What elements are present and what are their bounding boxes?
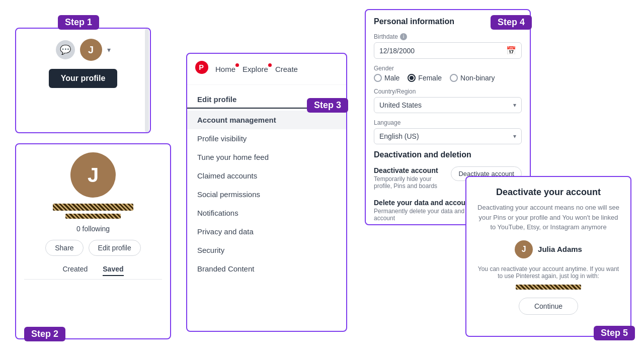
edit-profile-button[interactable]: Edit profile <box>89 240 141 256</box>
step2-panel: J 0 following Share Edit profile Created… <box>15 143 171 339</box>
step3-panel: P Home Explore Create Edit profile Accou… <box>186 53 347 332</box>
gender-nonbinary[interactable]: Non-binary <box>450 74 495 82</box>
svg-text:P: P <box>199 63 204 71</box>
modal-user-row: J Julia Adams <box>515 240 582 258</box>
nav-home[interactable]: Home <box>215 65 235 73</box>
radio-nonbinary[interactable] <box>450 74 458 82</box>
deactivate-desc: Temporarily hide your profile, Pins and … <box>374 175 447 190</box>
menu-account-management[interactable]: Account management <box>187 111 346 129</box>
gender-label: Gender <box>374 65 522 72</box>
step1-label: Step 1 <box>58 15 99 30</box>
menu-branded-content[interactable]: Branded Content <box>187 259 346 278</box>
step5-panel: Deactivate your account Deactivating you… <box>465 176 631 337</box>
language-select[interactable]: English (US) ▾ <box>374 128 522 144</box>
language-value: English (US) <box>379 132 419 140</box>
deactivation-section-title: Deactivation and deletion <box>374 150 522 159</box>
name-placeholder <box>53 204 133 211</box>
modal-desc: Deactivating your account means no one w… <box>476 203 620 232</box>
tab-created[interactable]: Created <box>62 265 88 276</box>
scrollbar[interactable] <box>145 29 149 132</box>
gender-male[interactable]: Male <box>374 74 399 82</box>
your-profile-button[interactable]: Your profile <box>49 69 118 88</box>
settings-menu: Edit profile Account management Profile … <box>187 85 346 283</box>
language-label: Language <box>374 119 522 126</box>
following-count: 0 following <box>76 225 110 233</box>
modal-avatar: J <box>515 240 533 258</box>
step1-panel: 💬 J ▾ Your profile <box>15 28 151 133</box>
chat-bubble-icon: 💬 <box>56 40 75 59</box>
calendar-icon: 📅 <box>506 46 516 55</box>
country-select[interactable]: United States ▾ <box>374 97 522 113</box>
country-label: Country/Region <box>374 88 522 95</box>
menu-notifications[interactable]: Notifications <box>187 204 346 222</box>
menu-security[interactable]: Security <box>187 241 346 259</box>
nav-create[interactable]: Create <box>275 65 298 73</box>
modal-user-name: Julia Adams <box>538 245 582 253</box>
name-placeholder2 <box>65 214 121 219</box>
menu-social-permissions[interactable]: Social permissions <box>187 185 346 204</box>
radio-female[interactable] <box>408 74 416 82</box>
birthdate-value: 12/18/2000 <box>379 47 415 55</box>
avatar: J <box>80 39 102 61</box>
birthdate-label: Birthdate i <box>374 33 522 40</box>
tab-saved[interactable]: Saved <box>103 265 123 276</box>
radio-male[interactable] <box>374 74 382 82</box>
chevron-down-icon: ▾ <box>513 102 516 109</box>
gender-options: Male Female Non-binary <box>374 74 522 82</box>
avatar-large: J <box>70 152 116 198</box>
step2-label: Step 2 <box>24 327 65 341</box>
step3-label: Step 3 <box>307 98 348 113</box>
birthdate-input[interactable]: 12/18/2000 📅 <box>374 42 522 59</box>
menu-tune-home-feed[interactable]: Tune your home feed <box>187 148 346 166</box>
chevron-down-icon2: ▾ <box>513 133 516 140</box>
email-placeholder <box>516 285 581 290</box>
modal-title: Deactivate your account <box>496 187 601 198</box>
reactivate-text: You can reactivate your account anytime.… <box>476 265 620 280</box>
deactivate-title: Deactivate account <box>374 166 447 174</box>
step4-label: Step 4 <box>491 15 532 30</box>
menu-claimed-accounts[interactable]: Claimed accounts <box>187 166 346 185</box>
step5-label: Step 5 <box>594 326 635 340</box>
explore-dot <box>268 63 272 67</box>
nav-explore[interactable]: Explore <box>243 65 268 73</box>
menu-privacy-data[interactable]: Privacy and data <box>187 222 346 241</box>
country-value: United States <box>379 101 422 109</box>
chevron-down-icon: ▾ <box>107 46 111 54</box>
continue-button[interactable]: Continue <box>519 298 578 315</box>
gender-female[interactable]: Female <box>408 74 442 82</box>
info-icon: i <box>400 33 407 40</box>
home-dot <box>235 63 239 67</box>
pinterest-logo: P <box>195 61 208 77</box>
menu-profile-visibility[interactable]: Profile visibility <box>187 129 346 148</box>
share-button[interactable]: Share <box>45 240 83 256</box>
